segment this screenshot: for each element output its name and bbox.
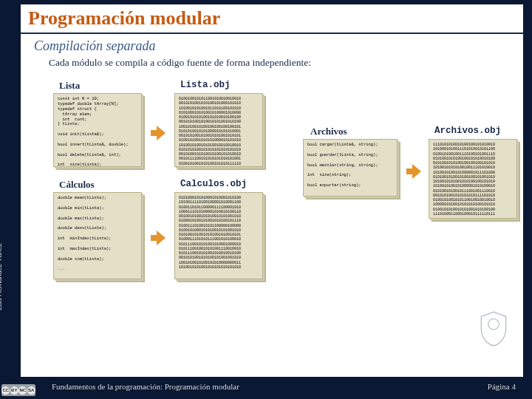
label-archivos-obj: Archivos.obj [434, 126, 501, 136]
arrow-icon [151, 124, 166, 142]
code-calculos: double mean(tLista); double min(tLista);… [53, 192, 142, 279]
footer-text: Fundamentos de la programación: Programa… [21, 382, 239, 391]
bin-archivos-obj: 1110101010010100100101010010 10100010100… [429, 139, 517, 219]
bin-lista-obj: 0100100101011001010010010010 00101010010… [174, 93, 263, 167]
label-archivos: Archivos [310, 126, 347, 137]
label-lista-obj: Lista.obj [180, 80, 231, 90]
label-calculos-obj: Calculos.obj [180, 179, 247, 189]
slide-content: Programación modular Compilación separad… [21, 4, 523, 377]
cc-icon: CC [1, 386, 10, 395]
section-subtitle: Compilación separada [21, 34, 523, 55]
lead-text: Cada módulo se compila a código fuente d… [21, 55, 523, 72]
diagram-area: Lista const int N = 10; typedef double t… [53, 80, 514, 371]
arrow-icon [151, 229, 166, 247]
page-title: Programación modular [21, 4, 523, 34]
arrow-icon [406, 163, 421, 180]
svg-point-0 [488, 318, 499, 330]
code-lista: const int N = 10; typedef double tArray[… [53, 93, 142, 167]
university-crest-icon [477, 310, 510, 347]
footer: Fundamentos de la programación: Programa… [21, 378, 523, 395]
author-vertical: Luis Hernández Yáñez [0, 243, 3, 310]
cc-by-icon: BY [10, 386, 18, 395]
code-archivos: bool cargar(tLista&, string); bool guard… [303, 139, 398, 197]
label-lista: Lista [59, 80, 80, 92]
bin-calculos-obj: 0101000101010001010001010100 10100111101… [174, 192, 263, 279]
label-calculos: Cálculos [59, 179, 95, 191]
page-number: Página 4 [488, 382, 523, 391]
